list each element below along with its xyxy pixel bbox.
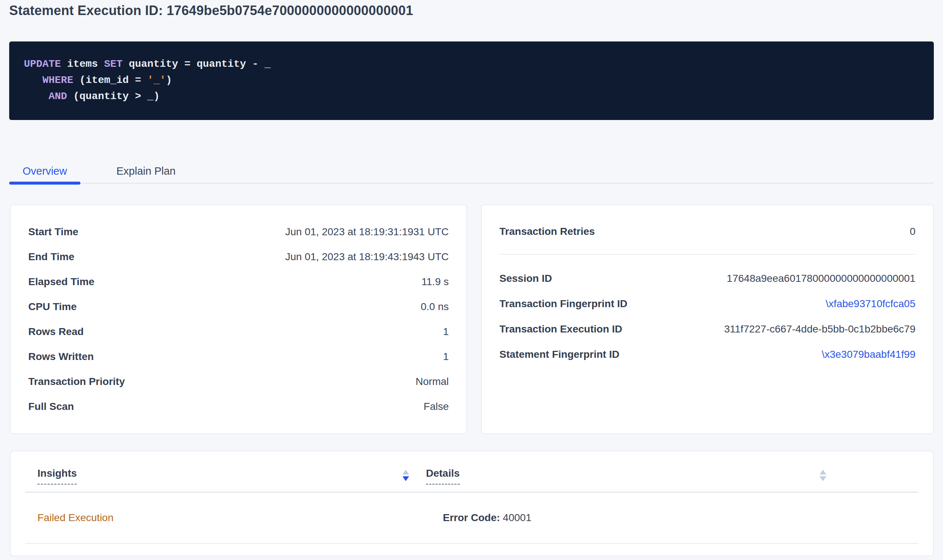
stat-value: Jun 01, 2023 at 18:19:31:1931 UTC (285, 226, 449, 238)
sql-statement-box: UPDATE items SET quantity = quantity - _… (9, 42, 934, 120)
page-title: Statement Execution ID: 17649be5b0754e70… (9, 3, 413, 18)
stat-row-cpu-time: CPU Time 0.0 ns (28, 294, 449, 319)
error-code-value: 40001 (503, 512, 532, 523)
column-header-insights[interactable]: Insights (37, 468, 409, 485)
tab-overview[interactable]: Overview (9, 159, 80, 183)
stat-row-statement-fingerprint-id: Statement Fingerprint ID \x3e3079baabf41… (499, 342, 915, 367)
stat-label: Transaction Priority (28, 376, 125, 388)
stat-label: Rows Read (28, 326, 84, 338)
sort-desc-icon (820, 476, 826, 481)
error-code-label: Error Code: (443, 512, 500, 523)
tab-bar: Overview Explain Plan (9, 159, 934, 183)
sort-asc-icon (820, 470, 826, 474)
stat-row-start-time: Start Time Jun 01, 2023 at 18:19:31:1931… (28, 220, 449, 245)
detail-cards: Start Time Jun 01, 2023 at 18:19:31:1931… (10, 205, 934, 434)
stat-label: Rows Written (28, 351, 94, 363)
stat-row-transaction-retries: Transaction Retries 0 (499, 220, 915, 244)
stat-value: 0.0 ns (421, 301, 449, 313)
stat-row-session-id: Session ID 17648a9eea6017800000000000000… (499, 266, 915, 291)
stat-row-full-scan: Full Scan False (28, 394, 449, 419)
stat-label: Transaction Execution ID (499, 323, 623, 335)
stat-row-rows-written: Rows Written 1 (28, 344, 449, 369)
stat-label: Transaction Retries (499, 226, 595, 237)
stat-value: Normal (416, 376, 449, 388)
column-header-details[interactable]: Details (426, 468, 826, 485)
stat-label: Transaction Fingerprint ID (499, 298, 627, 310)
sort-icon[interactable] (820, 470, 826, 481)
stat-label: Statement Fingerprint ID (499, 349, 619, 360)
tab-explain-plan[interactable]: Explain Plan (102, 159, 190, 183)
sort-desc-icon (402, 476, 409, 481)
stat-row-rows-read: Rows Read 1 (28, 319, 449, 344)
card-divider (499, 254, 915, 255)
stat-row-transaction-execution-id: Transaction Execution ID 311f7227-c667-4… (499, 316, 915, 342)
stat-label: CPU Time (28, 301, 77, 313)
transaction-fingerprint-link[interactable]: \xfabe93710fcfca05 (826, 298, 915, 310)
overview-stats-card: Start Time Jun 01, 2023 at 18:19:31:1931… (10, 205, 467, 434)
stat-label: Start Time (28, 226, 78, 238)
column-header-label: Insights (37, 468, 77, 485)
transaction-ids-card: Transaction Retries 0 Session ID 17648a9… (481, 205, 934, 434)
sort-asc-icon (402, 470, 409, 474)
stat-row-transaction-fingerprint-id: Transaction Fingerprint ID \xfabe93710fc… (499, 291, 915, 316)
stat-value: 1 (443, 326, 449, 338)
statement-fingerprint-link[interactable]: \x3e3079baabf41f99 (822, 349, 915, 360)
stat-value: False (424, 401, 449, 412)
stat-label: Full Scan (28, 401, 74, 412)
stat-label: End Time (28, 251, 74, 263)
insights-table: Insights Details Failed Execution Error … (10, 451, 934, 556)
sort-icon[interactable] (402, 470, 409, 481)
stat-value: 17648a9eea60178000000000000000001 (727, 273, 915, 285)
insights-table-header: Insights Details (25, 451, 918, 492)
stat-row-elapsed-time: Elapsed Time 11.9 s (28, 269, 449, 294)
stat-value: 11.9 s (422, 276, 449, 288)
insight-detail-cell: Error Code: 40001 (443, 512, 532, 524)
stat-value: 0 (909, 226, 915, 237)
insight-type-cell: Failed Execution (37, 512, 426, 524)
sql-line: UPDATE items SET quantity = quantity - _… (24, 58, 271, 102)
column-header-label: Details (426, 468, 460, 485)
stat-row-end-time: End Time Jun 01, 2023 at 18:19:43:1943 U… (28, 245, 449, 269)
stat-label: Elapsed Time (28, 276, 94, 288)
sql-statement-text: UPDATE items SET quantity = quantity - _… (9, 42, 934, 105)
stat-value: Jun 01, 2023 at 18:19:43:1943 UTC (285, 251, 449, 263)
stat-label: Session ID (499, 273, 552, 285)
stat-value: 1 (443, 351, 449, 363)
stat-value: 311f7227-c667-4dde-b5bb-0c1b2bbe6c79 (724, 323, 915, 335)
stat-row-transaction-priority: Transaction Priority Normal (28, 369, 449, 394)
insight-table-row: Failed Execution Error Code: 40001 (25, 492, 918, 544)
